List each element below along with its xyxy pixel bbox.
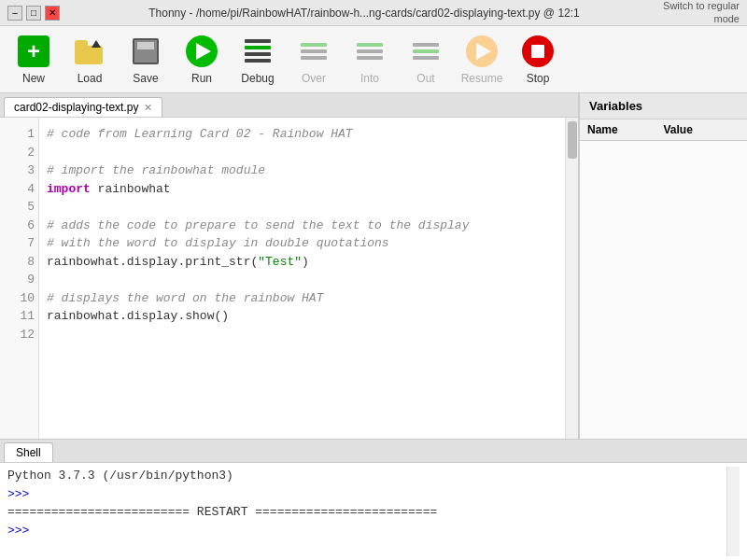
titlebar: – □ ✕ Thonny - /home/pi/RainbowHAT/rainb…: [0, 0, 747, 26]
new-label: New: [22, 72, 45, 85]
variables-panel: Variables Name Value: [579, 93, 747, 439]
load-icon: [73, 35, 106, 68]
resume-icon: [465, 35, 499, 68]
editor-and-vars: card02-displaying-text.py ✕ 1 2 3 4 5 6 …: [0, 93, 747, 439]
over-button[interactable]: Over: [288, 30, 340, 90]
load-label: Load: [78, 72, 103, 85]
shell-scrollbar[interactable]: [726, 467, 740, 556]
stop-button[interactable]: Stop: [512, 30, 564, 90]
new-button[interactable]: + New: [7, 30, 60, 90]
resume-button[interactable]: Resume: [456, 30, 508, 90]
maximize-button[interactable]: □: [26, 6, 41, 21]
new-icon: +: [17, 35, 50, 68]
shell-python-version: Python 3.7.3 (/usr/bin/python3): [7, 467, 726, 485]
editor-scrollbar[interactable]: [565, 118, 578, 439]
out-button[interactable]: Out: [400, 30, 452, 90]
tab-bar: card02-displaying-text.py ✕: [0, 93, 578, 118]
into-icon: [353, 35, 387, 68]
code-editor[interactable]: # code from Learning Card 02 - Rainbow H…: [39, 118, 565, 439]
shell-text: Python 3.7.3 (/usr/bin/python3) >>> ====…: [7, 467, 726, 556]
main-area: card02-displaying-text.py ✕ 1 2 3 4 5 6 …: [0, 93, 747, 560]
editor-tab-label: card02-displaying-text.py: [14, 101, 138, 114]
shell-content[interactable]: Python 3.7.3 (/usr/bin/python3) >>> ====…: [0, 463, 747, 560]
var-col-name: Name: [587, 123, 664, 136]
shell-tab-bar: Shell: [0, 440, 747, 463]
switch-mode-button[interactable]: Switch to regular mode: [646, 0, 740, 24]
minimize-button[interactable]: –: [7, 6, 22, 21]
stop-icon: [521, 35, 555, 68]
run-icon: [185, 35, 218, 68]
variables-header: Variables: [580, 93, 747, 119]
save-icon: [129, 35, 162, 68]
over-icon: [297, 35, 331, 68]
close-button[interactable]: ✕: [45, 6, 60, 21]
editor-section: card02-displaying-text.py ✕ 1 2 3 4 5 6 …: [0, 93, 579, 439]
scroll-thumb[interactable]: [568, 121, 577, 159]
out-icon: [409, 35, 443, 68]
editor-tab-close[interactable]: ✕: [144, 102, 152, 114]
variables-table-header: Name Value: [580, 119, 747, 141]
toolbar: + New Load Save Run: [0, 26, 747, 93]
shell-restart-line: ========================= RESTART ======…: [7, 503, 726, 522]
debug-label: Debug: [241, 72, 274, 85]
into-button[interactable]: Into: [344, 30, 396, 90]
code-area[interactable]: 1 2 3 4 5 6 7 8 9 10 11 12 # code from L…: [0, 118, 578, 439]
editor-tab[interactable]: card02-displaying-text.py ✕: [4, 97, 162, 117]
var-col-value: Value: [664, 123, 740, 136]
shell-prompt1: >>>: [7, 485, 726, 504]
window-title: Thonny - /home/pi/RainbowHAT/rainbow-h..…: [82, 7, 646, 20]
run-button[interactable]: Run: [176, 30, 228, 90]
shell-tab[interactable]: Shell: [4, 442, 53, 462]
debug-icon: [241, 35, 275, 68]
shell-section: Shell Python 3.7.3 (/usr/bin/python3) >>…: [0, 439, 747, 560]
into-label: Into: [360, 72, 379, 85]
debug-button[interactable]: Debug: [232, 30, 284, 90]
resume-label: Resume: [461, 72, 503, 85]
run-label: Run: [191, 72, 212, 85]
line-numbers: 1 2 3 4 5 6 7 8 9 10 11 12: [0, 118, 39, 439]
save-label: Save: [133, 72, 158, 85]
out-label: Out: [416, 72, 434, 85]
stop-label: Stop: [527, 72, 550, 85]
over-label: Over: [302, 72, 326, 85]
shell-prompt2: >>>: [7, 522, 726, 540]
save-button[interactable]: Save: [120, 30, 172, 90]
load-button[interactable]: Load: [63, 30, 116, 90]
